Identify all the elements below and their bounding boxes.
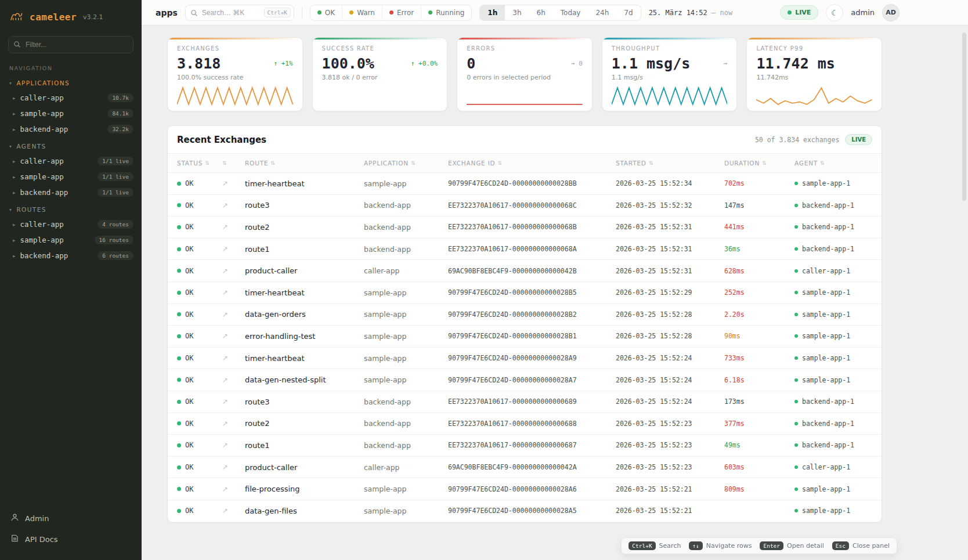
- table-row[interactable]: OK↗error-handling-testsample-app90799F47…: [168, 326, 882, 348]
- nav-section-agents[interactable]: ▾AGENTS: [0, 137, 142, 153]
- live-toggle[interactable]: LIVE: [780, 5, 818, 20]
- expand-row-icon[interactable]: ↗: [222, 201, 245, 209]
- expand-row-icon[interactable]: ↗: [222, 267, 245, 275]
- agent-dot: [794, 247, 798, 251]
- sidebar-item-agents-backend-app[interactable]: ▸backend-app1/1 live: [0, 185, 142, 200]
- filter-input[interactable]: [8, 36, 133, 53]
- expand-row-icon[interactable]: ↗: [222, 463, 245, 471]
- exchange-id-cell: EE7322370A10617-000000000000068B: [448, 223, 616, 231]
- column-header-duration[interactable]: DURATION⇅: [724, 160, 794, 167]
- duration-cell: 628ms: [724, 267, 794, 275]
- time-range-6h[interactable]: 6h: [529, 5, 553, 20]
- agent-cell: backend-app-1: [794, 223, 872, 231]
- sidebar-item-applications-backend-app[interactable]: ▸backend-app32.2k: [0, 121, 142, 137]
- time-range-1h[interactable]: 1h: [480, 5, 505, 20]
- nav-section-applications[interactable]: ▾APPLICATIONS: [0, 74, 142, 90]
- nav-section-routes[interactable]: ▾ROUTES: [0, 200, 142, 216]
- agent-cell: backend-app-1: [794, 420, 872, 428]
- agent-dot: [794, 204, 798, 207]
- agent-cell: sample-app-1: [794, 310, 872, 319]
- column-header-route[interactable]: ROUTE⇅: [245, 160, 364, 167]
- context-apps[interactable]: apps: [156, 8, 178, 17]
- table-row[interactable]: OK↗route2backend-appEE7322370A10617-0000…: [168, 216, 882, 239]
- route-cell: route3: [245, 398, 364, 406]
- sidebar-item-routes-backend-app[interactable]: ▸backend-app6 routes: [0, 248, 142, 263]
- time-range-today[interactable]: Today: [553, 5, 588, 20]
- expand-row-icon[interactable]: ↗: [222, 376, 245, 384]
- time-range-3h[interactable]: 3h: [505, 5, 529, 20]
- table-row[interactable]: OK↗data-gen-filessample-app90799F47E6CD2…: [168, 500, 882, 522]
- sparkline-chart: [177, 84, 293, 106]
- column-header-expand[interactable]: ⇅: [222, 160, 245, 166]
- sidebar-item-applications-sample-app[interactable]: ▸sample-app84.1k: [0, 106, 142, 121]
- sidebar-item-agents-caller-app[interactable]: ▸caller-app1/1 live: [0, 153, 142, 169]
- expand-row-icon[interactable]: ↗: [222, 354, 245, 362]
- application-cell: caller-app: [364, 463, 448, 472]
- column-header-agent[interactable]: AGENT⇅: [794, 160, 872, 167]
- expand-row-icon[interactable]: ↗: [222, 310, 245, 319]
- status-filter-error[interactable]: Error: [382, 5, 421, 20]
- column-header-exchange-id[interactable]: EXCHANGE ID⇅: [448, 160, 616, 167]
- table-row[interactable]: OK↗timer-heartbeatsample-app90799F47E6CD…: [168, 173, 882, 195]
- expand-row-icon[interactable]: ↗: [222, 288, 245, 297]
- dark-mode-toggle[interactable]: ☾: [826, 4, 843, 21]
- avatar[interactable]: AD: [882, 4, 900, 21]
- expand-row-icon[interactable]: ↗: [222, 223, 245, 231]
- expand-row-icon[interactable]: ↗: [222, 245, 245, 253]
- sidebar-item-routes-caller-app[interactable]: ▸caller-app4 routes: [0, 216, 142, 232]
- sort-icon: ⇅: [270, 160, 275, 166]
- table-row[interactable]: OK↗data-gen-nested-splitsample-app90799F…: [168, 369, 882, 391]
- status-cell: OK: [177, 288, 222, 297]
- agent-cell: sample-app-1: [794, 332, 872, 340]
- expand-row-icon[interactable]: ↗: [222, 441, 245, 449]
- status-filter-running[interactable]: Running: [421, 5, 471, 20]
- status-cell: OK: [177, 463, 222, 471]
- expand-row-icon[interactable]: ↗: [222, 420, 245, 428]
- datetime-range[interactable]: 25. März 14:52 — now: [649, 9, 733, 17]
- time-range-7d[interactable]: 7d: [616, 5, 640, 20]
- table-row[interactable]: OK↗data-gen-orderssample-app90799F47E6CD…: [168, 304, 882, 326]
- table-row[interactable]: OK↗route3backend-appEE7322370A10617-0000…: [168, 391, 882, 413]
- application-cell: sample-app: [364, 375, 448, 384]
- sidebar: cameleer v3.2.1 NAVIGATION ▾APPLICATIONS…: [0, 0, 142, 560]
- table-row[interactable]: OK↗route3backend-appEE7322370A10617-0000…: [168, 195, 882, 217]
- kpi-label: THROUGHPUT: [612, 45, 728, 52]
- table-row[interactable]: OK↗file-processingsample-app90799F47E6CD…: [168, 478, 882, 500]
- expand-row-icon[interactable]: ↗: [222, 485, 245, 493]
- item-label: caller-app: [20, 157, 98, 165]
- footer-item-api-docs[interactable]: API Docs: [0, 529, 142, 550]
- status-filter-ok[interactable]: OK: [310, 5, 342, 20]
- table-row[interactable]: OK↗product-callercaller-app69AC90BF8EBC4…: [168, 260, 882, 282]
- admin-icon: [10, 513, 19, 523]
- sidebar-item-applications-caller-app[interactable]: ▸caller-app10.7k: [0, 90, 142, 106]
- agent-dot: [794, 291, 798, 294]
- kpi-label: SUCCESS RATE: [322, 45, 438, 52]
- chevron-right-icon: ▸: [13, 190, 16, 196]
- duration-cell: 49ms: [724, 441, 794, 449]
- footer-item-admin[interactable]: Admin: [0, 508, 142, 529]
- table-row[interactable]: OK↗product-callercaller-app69AC90BF8EBC4…: [168, 457, 882, 479]
- expand-row-icon[interactable]: ↗: [222, 332, 245, 340]
- expand-row-icon[interactable]: ↗: [222, 398, 245, 406]
- status-filter-warn[interactable]: Warn: [342, 5, 382, 20]
- table-row[interactable]: OK↗route1backend-appEE7322370A10617-0000…: [168, 239, 882, 261]
- table-row[interactable]: OK↗timer-heartbeatsample-app90799F47E6CD…: [168, 282, 882, 304]
- table-row[interactable]: OK↗route2backend-appEE7322370A10617-0000…: [168, 413, 882, 435]
- column-header-status[interactable]: STATUS⇅: [177, 160, 222, 167]
- route-cell: timer-heartbeat: [245, 354, 364, 363]
- time-range-24h[interactable]: 24h: [588, 5, 616, 20]
- sidebar-item-routes-sample-app[interactable]: ▸sample-app16 routes: [0, 232, 142, 248]
- column-header-application[interactable]: APPLICATION⇅: [364, 160, 448, 167]
- count-badge: 4 routes: [97, 220, 133, 229]
- route-cell: product-caller: [245, 463, 364, 472]
- table-row[interactable]: OK↗route1backend-appEE7322370A10617-0000…: [168, 435, 882, 457]
- expand-row-icon[interactable]: ↗: [222, 179, 245, 187]
- scrollbar-thumb[interactable]: [962, 32, 966, 201]
- expand-row-icon[interactable]: ↗: [222, 507, 245, 515]
- status-ok-dot: [177, 291, 181, 295]
- column-header-started[interactable]: STARTED⇅: [616, 160, 724, 167]
- nav-sections: ▾APPLICATIONS▸caller-app10.7k▸sample-app…: [0, 74, 142, 263]
- sidebar-item-agents-sample-app[interactable]: ▸sample-app1/1 live: [0, 169, 142, 185]
- table-row[interactable]: OK↗timer-heartbeatsample-app90799F47E6CD…: [168, 348, 882, 370]
- app-logo[interactable]: cameleer v3.2.1: [0, 0, 142, 30]
